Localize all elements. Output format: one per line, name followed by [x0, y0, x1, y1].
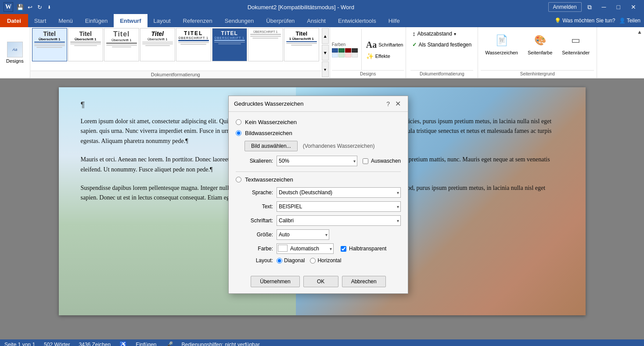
- scroll-up-button[interactable]: ▲: [322, 28, 329, 44]
- schriftarten-label: Schriftarten: [378, 42, 403, 47]
- alsstandard-button[interactable]: ✓ Als Standard festlegen: [410, 40, 473, 49]
- effekte-icon: ✨: [366, 53, 374, 60]
- color-swatch-lightred[interactable]: [345, 53, 351, 57]
- style-thumb-6[interactable]: TITEL ÜBERSCHRIFT 1: [212, 28, 247, 61]
- text-select[interactable]: BEISPIEL: [277, 201, 401, 212]
- seitenraender-button[interactable]: ▭ Seitenränder: [558, 30, 593, 57]
- bild-auswaehlen-button[interactable]: Bild auswählen...: [245, 141, 298, 151]
- style-thumb-3[interactable]: Titel Überschrift 1: [104, 28, 139, 61]
- color-swatch-dark[interactable]: [352, 48, 358, 53]
- seitenfarbe-button[interactable]: 🎨 Seitenfarbe: [524, 30, 556, 57]
- collapse-ribbon-button[interactable]: ▲: [637, 29, 642, 35]
- groesse-select-wrapper: Auto ▾: [277, 229, 329, 240]
- tab-referenzen[interactable]: Referenzen: [177, 14, 219, 27]
- schriftart-select[interactable]: Calibri: [277, 215, 401, 226]
- dialog-help-button[interactable]: ?: [385, 100, 392, 108]
- ribbon-tab-bar: Datei Start Menü Einfügen Entwurf Layout…: [0, 14, 644, 27]
- schriftart-label: Schriftart:: [245, 218, 273, 224]
- tab-entwurf[interactable]: Entwurf: [114, 14, 147, 27]
- style-thumb-7[interactable]: ÜBERSCHRIFT 1: [248, 28, 283, 61]
- horizontal-radio[interactable]: [310, 258, 316, 264]
- textwasserzeichen-radio[interactable]: [236, 177, 241, 182]
- minimize-button[interactable]: ─: [597, 3, 611, 11]
- dokumentformatierung-label: Dokumentformatierung: [30, 71, 321, 78]
- color-swatch-lightgray[interactable]: [352, 53, 358, 57]
- tab-start[interactable]: Start: [28, 14, 52, 27]
- skalieren-select[interactable]: 50%: [277, 156, 357, 166]
- color-swatch-blue[interactable]: [332, 48, 338, 53]
- halbtransparent-checkbox[interactable]: [341, 246, 346, 252]
- dialog-close-button[interactable]: ✕: [393, 100, 403, 108]
- teilen-button[interactable]: 👤 Teilen: [619, 18, 640, 24]
- style-thumb-1[interactable]: Titel Überschrift 1: [32, 28, 67, 61]
- schriftarten-button[interactable]: Aa Schriftarten: [365, 39, 404, 51]
- dialog-title-buttons: ? ✕: [385, 100, 403, 108]
- title-bar-left: W 💾 ↩ ↻ ⬇: [4, 2, 54, 12]
- horizontal-label[interactable]: Horizontal: [317, 257, 341, 264]
- sprache-select[interactable]: Deutsch (Deutschland): [277, 187, 401, 198]
- diagonal-radio[interactable]: [277, 258, 282, 264]
- tab-entwicklertools[interactable]: Entwicklertools: [332, 14, 382, 27]
- style-thumb-2[interactable]: Titel Überschrift 1: [68, 28, 103, 61]
- tab-layout[interactable]: Layout: [148, 14, 177, 27]
- uebernehmen-button[interactable]: Übernehmen: [251, 276, 299, 287]
- tab-datei[interactable]: Datei: [0, 14, 28, 27]
- absatzabstand-button[interactable]: ↕ Absatzabstand ▾: [410, 29, 473, 39]
- dialog-title-text: Gedrucktes Wasserzeichen: [234, 100, 303, 107]
- scroll-more-button[interactable]: ▾: [322, 61, 329, 77]
- vorhandenes-label: (Vorhandenes Wasserzeichen): [303, 143, 375, 149]
- ok-button[interactable]: OK: [303, 276, 338, 287]
- farbe-preview: [278, 245, 288, 252]
- auswaschen-label[interactable]: Auswaschen: [371, 158, 401, 164]
- tab-sendungen[interactable]: Sendungen: [219, 14, 260, 27]
- seite-status: Seite 1 von 1: [4, 342, 35, 346]
- style-thumb-8[interactable]: Titel 1 Überschrift 1: [284, 28, 319, 61]
- undo-icon[interactable]: ↩: [25, 3, 34, 11]
- bildwasserzeichen-label[interactable]: Bildwasserzeichen: [245, 130, 292, 136]
- seitenfarbe-icon: 🎨: [532, 32, 548, 49]
- scroll-down-button[interactable]: ▼: [322, 45, 329, 61]
- wasserzeichen-icon: W 📄: [494, 32, 510, 49]
- effekte-button[interactable]: ✨ Effekte: [365, 52, 404, 61]
- save-icon[interactable]: 💾: [16, 3, 25, 11]
- redo-icon[interactable]: ↻: [35, 3, 44, 11]
- style-thumb-5[interactable]: TITEL ÜBERSCHRIFT 1: [176, 28, 211, 61]
- close-button[interactable]: ✕: [626, 3, 640, 11]
- bild-section: Bild auswählen... (Vorhandenes Wasserzei…: [245, 141, 401, 166]
- color-swatch-lightgreen[interactable]: [338, 53, 345, 57]
- designs-button[interactable]: Aa Designs: [3, 40, 27, 65]
- color-swatch-green[interactable]: [338, 48, 345, 53]
- bildwasserzeichen-row: Bildwasserzeichen: [236, 130, 401, 136]
- bild-auswahl-row: Bild auswählen... (Vorhandenes Wasserzei…: [245, 141, 401, 151]
- tab-einfuegen[interactable]: Einfügen: [79, 14, 114, 27]
- einfuegen-status: Einfügen: [136, 342, 156, 346]
- halbtransparent-label[interactable]: Halbtransparent: [349, 246, 386, 252]
- style-thumb-4[interactable]: Titel Überschrift 1: [140, 28, 175, 61]
- auswaschen-checkbox[interactable]: [363, 158, 368, 164]
- textwasserzeichen-row: Textwasserzeichen: [236, 176, 401, 183]
- customize-icon[interactable]: ⬇: [45, 3, 54, 11]
- tab-ueberpruefen[interactable]: Überprüfen: [260, 14, 301, 27]
- sprache-select-wrapper: Deutsch (Deutschland) ▾: [277, 187, 401, 198]
- kein-wasserzeichen-label[interactable]: Kein Wasserzeichen: [245, 119, 297, 125]
- abbrechen-button[interactable]: Abbrechen: [342, 276, 386, 287]
- tab-menu[interactable]: Menü: [52, 14, 79, 27]
- diagonal-label[interactable]: Diagonal: [284, 257, 305, 264]
- color-swatch-lightblue[interactable]: [332, 53, 338, 57]
- maximize-button[interactable]: □: [612, 3, 625, 11]
- seitenhintergrund-label: Seitenhintergrund: [481, 70, 594, 76]
- textwasserzeichen-label[interactable]: Textwasserzeichen: [245, 176, 293, 183]
- help-search[interactable]: 💡 Was möchten Sie tun?: [554, 18, 615, 24]
- tab-hilfe[interactable]: Hilfe: [382, 14, 406, 27]
- kein-wasserzeichen-radio[interactable]: [236, 119, 241, 125]
- aa-icon: Aa: [366, 40, 377, 50]
- groesse-select[interactable]: Auto: [277, 229, 329, 240]
- color-swatch-red[interactable]: [345, 48, 351, 53]
- restore-icon[interactable]: ⧉: [583, 1, 596, 13]
- sign-in-button[interactable]: Anmelden: [548, 2, 582, 12]
- bildwasserzeichen-radio[interactable]: [236, 130, 241, 136]
- layout-row: Layout: Diagonal Horizontal: [245, 257, 401, 264]
- tab-ansicht[interactable]: Ansicht: [301, 14, 332, 27]
- skalieren-select-wrapper: 50% ▾: [277, 156, 357, 166]
- wasserzeichen-button[interactable]: W 📄 Wasserzeichen: [482, 30, 522, 57]
